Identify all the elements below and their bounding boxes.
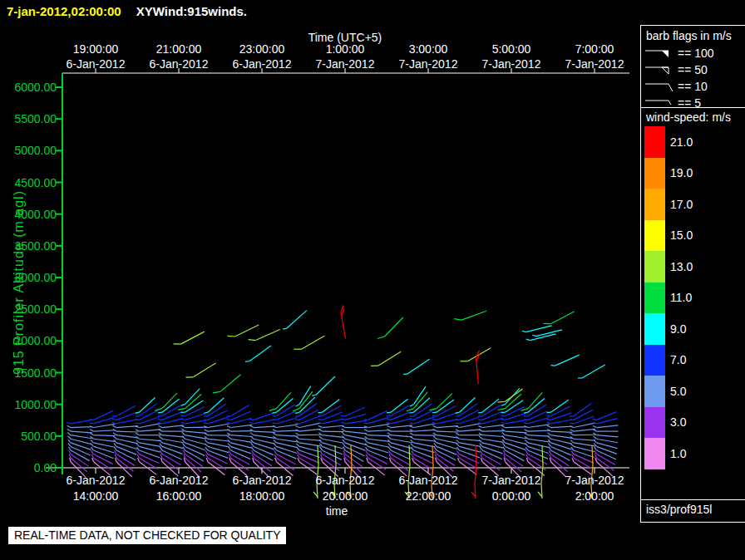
wind-barb	[178, 395, 201, 410]
bottom-tick-date: 6-Jan-2012	[399, 474, 458, 487]
colorbar-swatch	[644, 220, 665, 252]
bottom-tick-time: 0:00:00	[492, 489, 531, 503]
wind-barb	[410, 433, 435, 435]
colorbar-value: 1.0	[670, 447, 686, 460]
colorbar-swatch	[644, 345, 665, 376]
bottom-tick-time: 2:00:00	[575, 489, 614, 503]
wind-barb	[181, 389, 200, 405]
wind-barb	[227, 405, 249, 415]
wind-barb	[228, 436, 253, 442]
wind-barb	[570, 436, 595, 440]
top-tick-date: 7-Jan-2012	[482, 57, 541, 71]
pennant-open-icon	[644, 63, 674, 76]
source-label: iss3/prof915l	[646, 503, 712, 516]
wind-barb	[387, 399, 407, 413]
barb-flag-row: == 50	[644, 61, 743, 78]
bottom-tick-time: 22:00:00	[406, 489, 451, 503]
wind-barb	[67, 429, 92, 433]
wind-barb	[318, 433, 343, 438]
wind-barb	[159, 433, 184, 437]
wind-barb	[525, 433, 550, 436]
wind-barb	[525, 447, 548, 459]
quality-banner: REAL-TIME DATA, NOT CHECKED FOR QUALITY	[8, 527, 286, 544]
wind-barb	[387, 425, 412, 428]
wind-barb	[182, 432, 206, 439]
wind-barb	[377, 317, 403, 338]
wind-barb	[186, 363, 216, 377]
top-tick-date: 6-Jan-2012	[150, 57, 209, 71]
wind-barb	[113, 425, 138, 427]
wind-barb	[174, 332, 205, 344]
wind-barb	[160, 447, 181, 459]
wind-barb	[204, 424, 229, 428]
wind-barb	[410, 398, 430, 413]
wind-barb	[456, 433, 481, 435]
legend-separator-left	[640, 25, 641, 522]
colorbar-value: 5.0	[670, 385, 686, 398]
wind-barb	[91, 436, 116, 441]
wind-barb	[312, 376, 335, 395]
bottom-tick-date: 7-Jan-2012	[565, 474, 624, 487]
colorbar-swatch	[644, 158, 665, 189]
wind-barb	[525, 436, 550, 442]
bottom-axis-title: time	[326, 504, 348, 518]
wind-barb	[388, 447, 410, 459]
wind-barb	[595, 447, 616, 459]
wind-barb	[67, 433, 92, 439]
wind-barb	[343, 443, 364, 456]
altitude-tick-label: 1000.00	[0, 398, 57, 411]
footer-separator-top	[640, 499, 745, 500]
wind-barb	[593, 430, 618, 432]
wind-barb	[318, 430, 343, 432]
wind-barb	[137, 450, 159, 463]
wind-barb	[274, 447, 296, 459]
top-tick-time: 3:00:00	[409, 42, 448, 56]
altitude-tick-label: 5000.00	[0, 144, 57, 157]
wind-barb	[136, 430, 160, 431]
wind-barb	[181, 425, 206, 427]
altitude-tick-label: 500.00	[0, 430, 57, 443]
wind-barb	[364, 417, 389, 424]
wind-barb	[274, 436, 298, 442]
wind-barb	[273, 425, 298, 428]
altitude-tick-label: 6000.00	[0, 81, 57, 94]
colorbar-swatch	[644, 313, 665, 345]
wind-barb	[456, 440, 481, 447]
wind-barb	[548, 433, 573, 439]
wind-barb	[524, 398, 545, 413]
altitude-tick-label: 4500.00	[0, 176, 57, 189]
wind-barb	[479, 436, 504, 442]
wind-barb	[364, 433, 389, 436]
wind-barb	[387, 433, 412, 437]
wind-barb	[387, 430, 412, 432]
barb-flag-label: == 100	[678, 47, 714, 60]
wind-barb	[249, 330, 280, 341]
wind-barb	[90, 417, 115, 424]
colorbar-swatch	[644, 407, 665, 439]
wind-barb	[113, 433, 138, 438]
wind-barb	[480, 447, 502, 459]
barb-legend-title: barb flags in m/s	[646, 29, 732, 42]
wind-barb	[502, 433, 527, 439]
wind-barb	[525, 430, 550, 431]
wind-barb	[205, 430, 229, 431]
wind-barb	[205, 450, 227, 464]
wind-barb	[249, 413, 274, 420]
colorbar-swatch	[644, 282, 665, 314]
wind-barb	[433, 433, 458, 438]
wind-barb	[547, 425, 572, 427]
top-tick-time: 5:00:00	[492, 42, 531, 56]
footer-separator-bottom	[640, 522, 745, 523]
wind-barb	[594, 436, 618, 443]
wind-barb	[113, 429, 138, 432]
altitude-tick-label: 0.00	[0, 461, 57, 474]
wind-barb	[547, 400, 569, 412]
wind-barb	[407, 392, 427, 411]
wind-barb	[456, 397, 476, 413]
barb-flag-label: == 50	[678, 63, 708, 76]
wind-barb	[227, 433, 252, 437]
pennant-filled-icon	[644, 47, 674, 60]
wind-barb	[158, 425, 183, 428]
wind-barb	[158, 419, 183, 424]
colorbar-value: 7.0	[670, 353, 686, 366]
